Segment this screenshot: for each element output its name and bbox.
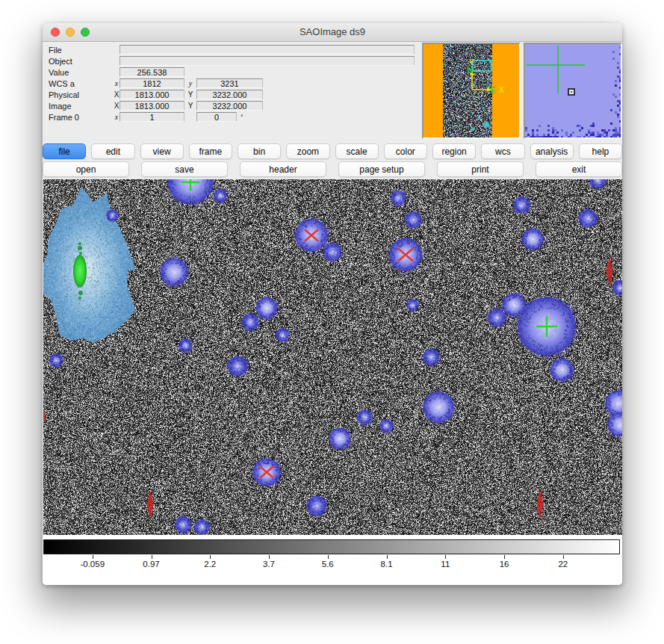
colorbar-tick-label: 22 (558, 560, 568, 569)
filebar-save[interactable]: save (141, 161, 228, 177)
menu-wcs[interactable]: wcs (481, 143, 524, 159)
filebar-print[interactable]: print (437, 161, 524, 177)
magnifier-panel[interactable] (524, 43, 622, 139)
menu-help[interactable]: help (579, 143, 622, 159)
colorbar-tick (445, 555, 446, 559)
wcs-x-field[interactable]: 1812 (120, 78, 184, 88)
colorbar-tick-label: 16 (500, 560, 509, 569)
degree-symbol: ° (241, 114, 243, 121)
menu-view[interactable]: view (140, 143, 184, 159)
physical-label: Physical (49, 90, 114, 99)
physical-y-label: Y (184, 90, 196, 99)
frame-zoom-field[interactable]: 1 (120, 112, 184, 122)
menu-frame[interactable]: frame (189, 143, 232, 159)
titlebar[interactable]: SAOImage ds9 (43, 23, 622, 42)
filebar-open[interactable]: open (43, 161, 129, 177)
colorbar-tick-label: 8.1 (381, 560, 393, 569)
wcs-label: WCS a (49, 79, 114, 88)
colorbar[interactable] (43, 539, 620, 554)
physical-y-field[interactable]: 3232.000 (196, 90, 263, 99)
value-label: Value (49, 68, 114, 77)
filebar-header[interactable]: header (240, 161, 326, 177)
frame-angle-field[interactable]: 0 (196, 112, 237, 122)
wcs-x-label: x (114, 79, 120, 87)
filebar-page-setup[interactable]: page setup (338, 161, 425, 177)
file-field[interactable] (120, 45, 415, 55)
image-x-field[interactable]: 1813.000 (120, 101, 184, 111)
colorbar-tick-label: 5.6 (322, 560, 334, 569)
colorbar-tick (269, 555, 270, 559)
info-row-value: Value 256.538 (49, 66, 418, 78)
colorbar-tick-label: 3.7 (263, 560, 275, 569)
image-y-label: Y (184, 102, 196, 110)
colorbar-tick (210, 555, 211, 559)
colorbar-area: -0.0590.972.23.75.68.1111622 (43, 535, 622, 585)
file-menu-bar: opensaveheaderpage setupprintexit (43, 161, 622, 177)
object-field[interactable] (120, 56, 415, 66)
image-x-label: X (114, 102, 120, 110)
frame-label: Frame 0 (49, 113, 114, 122)
frame-x-label: x (114, 113, 120, 121)
info-row-object: Object (49, 55, 418, 66)
wcs-y-label: y (184, 79, 196, 87)
file-label: File (49, 46, 114, 55)
panner-panel[interactable] (422, 43, 521, 139)
menu-analysis[interactable]: analysis (530, 143, 574, 159)
info-row-physical: Physical X 1813.000 Y 3232.000 (49, 89, 418, 100)
colorbar-tick (152, 555, 152, 559)
menu-region[interactable]: region (432, 143, 476, 159)
object-label: Object (49, 57, 114, 66)
menu-edit[interactable]: edit (91, 143, 134, 159)
menubar: fileeditviewframebinzoomscalecolorregion… (43, 143, 622, 159)
colorbar-tick (93, 555, 93, 559)
colorbar-tick-label: 0.97 (143, 560, 159, 569)
colorbar-tick (504, 555, 505, 559)
panner-canvas[interactable] (423, 44, 519, 137)
info-row-image: Image X 1813.000 Y 3232.000 (49, 100, 418, 111)
menu-color[interactable]: color (384, 143, 427, 159)
menu-zoom[interactable]: zoom (286, 143, 329, 159)
ds9-window: SAOImage ds9 File Object Value 256.538 W… (43, 23, 622, 585)
info-row-file: File (49, 44, 418, 55)
colorbar-tick-label: -0.059 (80, 560, 105, 569)
info-row-wcs: WCS a x 1812 y 3231 (49, 78, 418, 89)
info-row-frame: Frame 0 x 1 0 ° (49, 111, 418, 123)
colorbar-tick-label: 11 (441, 560, 450, 569)
info-panel: File Object Value 256.538 WCS a x 1812 y… (49, 44, 418, 123)
colorbar-tick (387, 555, 388, 559)
menu-file[interactable]: file (43, 143, 86, 159)
menu-bin[interactable]: bin (238, 143, 281, 159)
colorbar-tick (328, 555, 329, 559)
magnifier-canvas[interactable] (525, 44, 621, 137)
value-field[interactable]: 256.538 (120, 67, 184, 77)
menu-scale[interactable]: scale (335, 143, 379, 159)
colorbar-tick (563, 555, 564, 559)
image-y-field[interactable]: 3232.000 (196, 101, 263, 111)
image-display[interactable] (43, 179, 622, 535)
colorbar-tick-label: 2.2 (204, 560, 216, 569)
window-title: SAOImage ds9 (43, 26, 622, 37)
physical-x-field[interactable]: 1813.000 (120, 90, 184, 99)
image-label: Image (49, 102, 114, 111)
filebar-exit[interactable]: exit (536, 161, 622, 177)
wcs-y-field[interactable]: 3231 (196, 78, 263, 88)
physical-x-label: X (114, 90, 120, 99)
